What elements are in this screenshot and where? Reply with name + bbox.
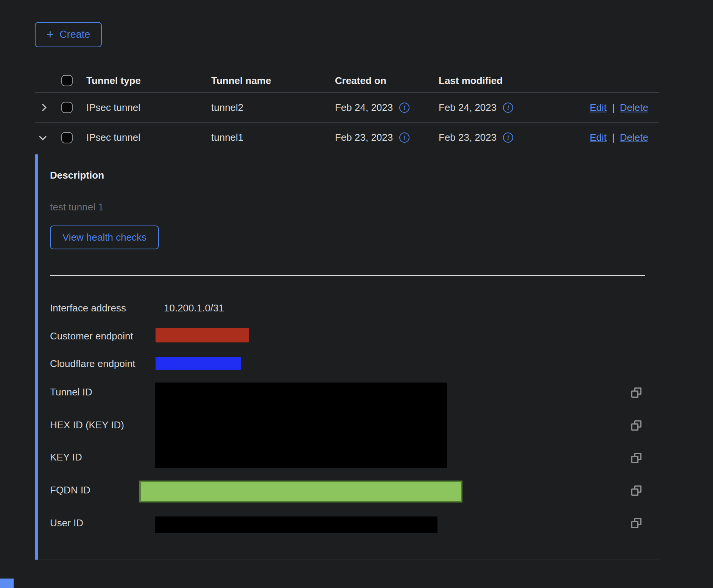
header-created-on: Created on — [335, 75, 439, 87]
last-modified-value: Feb 23, 2023 — [439, 132, 497, 143]
section-divider — [50, 275, 645, 276]
fqdn-id-redacted-value — [139, 481, 462, 502]
cloudflare-endpoint-redacted-value — [156, 357, 241, 370]
info-icon[interactable]: i — [399, 132, 409, 143]
plus-icon: + — [47, 28, 54, 40]
tunnel-type-cell: IPsec tunnel — [86, 132, 211, 143]
edit-link[interactable]: Edit — [590, 132, 607, 143]
chevron-right-icon[interactable] — [39, 104, 47, 111]
tunnel-name-cell: tunnel2 — [211, 102, 335, 114]
delete-link[interactable]: Delete — [620, 132, 648, 143]
row-checkbox[interactable] — [61, 102, 73, 113]
copy-icon[interactable] — [631, 453, 641, 463]
table-row: IPsec tunnel tunnel1 Feb 23, 2023 i Feb … — [35, 123, 659, 152]
copy-icon[interactable] — [631, 485, 641, 496]
header-last-modified: Last modified — [439, 75, 553, 87]
customer-endpoint-redacted-value — [156, 328, 249, 342]
action-separator: | — [612, 102, 615, 114]
bottom-left-accent-fragment — [0, 579, 14, 588]
interface-address-label: Interface address — [50, 302, 126, 314]
delete-link[interactable]: Delete — [620, 102, 648, 114]
key-id-label: KEY ID — [50, 451, 82, 463]
customer-endpoint-label: Customer endpoint — [50, 330, 133, 342]
expanded-row-indicator-bar — [35, 154, 38, 560]
row-checkbox[interactable] — [61, 132, 73, 143]
tunnel-name-cell: tunnel1 — [211, 132, 335, 143]
tunnel-type-cell: IPsec tunnel — [86, 102, 211, 114]
created-on-value: Feb 23, 2023 — [335, 132, 393, 143]
description-label: Description — [50, 170, 104, 181]
tunnel-id-label: Tunnel ID — [50, 386, 92, 398]
copy-icon[interactable] — [631, 420, 641, 431]
last-modified-value: Feb 24, 2023 — [439, 102, 497, 114]
table-header-row: Tunnel type Tunnel name Created on Last … — [35, 69, 659, 93]
tunnels-page: { "create_button": { "plus": "+", "label… — [0, 0, 713, 588]
info-icon[interactable]: i — [503, 103, 513, 113]
description-value: test tunnel 1 — [50, 201, 104, 213]
action-separator: | — [612, 132, 615, 143]
info-icon[interactable]: i — [503, 132, 513, 143]
fqdn-id-label: FQDN ID — [50, 484, 90, 496]
copy-icon[interactable] — [631, 387, 641, 398]
table-row: IPsec tunnel tunnel2 Feb 24, 2023 i Feb … — [35, 93, 659, 123]
hex-id-label: HEX ID (KEY ID) — [50, 419, 124, 431]
ids-redacted-value-block — [155, 383, 447, 468]
view-health-checks-label: View health checks — [62, 232, 146, 243]
cloudflare-endpoint-label: Cloudflare endpoint — [50, 358, 135, 370]
user-id-label: User ID — [50, 517, 83, 529]
edit-link[interactable]: Edit — [590, 102, 607, 114]
created-on-value: Feb 24, 2023 — [335, 102, 393, 114]
user-id-redacted-value — [155, 516, 437, 533]
header-tunnel-name: Tunnel name — [211, 75, 335, 87]
copy-icon[interactable] — [631, 518, 641, 528]
create-button-label: Create — [59, 29, 90, 40]
tunnel-detail-panel: Description test tunnel 1 View health ch… — [35, 152, 659, 560]
interface-address-value: 10.200.1.0/31 — [164, 302, 224, 314]
create-button[interactable]: + Create — [35, 22, 102, 47]
view-health-checks-button[interactable]: View health checks — [50, 226, 159, 249]
info-icon[interactable]: i — [399, 103, 409, 113]
chevron-down-icon[interactable] — [39, 133, 47, 140]
tunnels-table: Tunnel type Tunnel name Created on Last … — [35, 69, 659, 560]
select-all-checkbox[interactable] — [61, 75, 73, 86]
header-tunnel-type: Tunnel type — [86, 75, 211, 87]
